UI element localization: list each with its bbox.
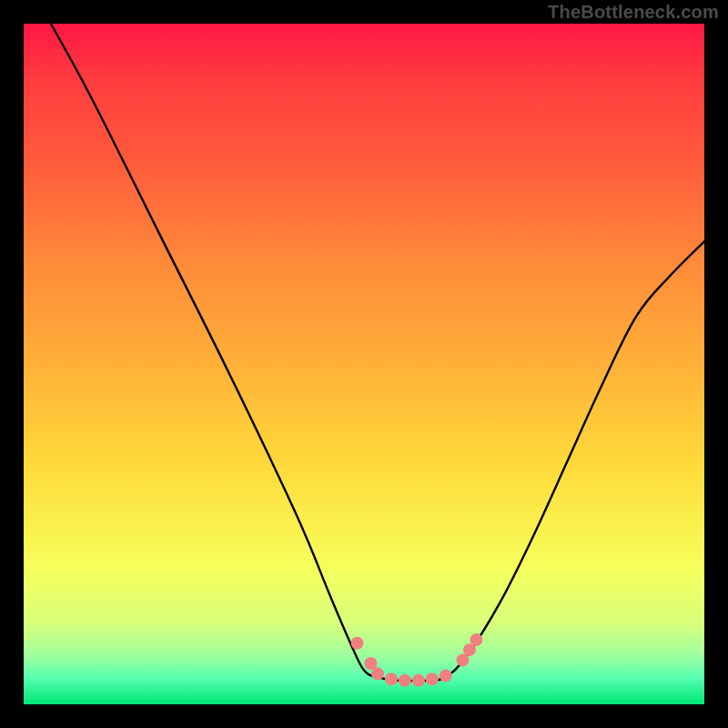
data-marker [412,674,425,687]
chart-lines [51,24,704,681]
chart-markers [351,633,483,687]
data-marker [371,667,384,680]
chart-svg [24,24,704,704]
data-marker [440,670,452,682]
plot-area [24,24,704,704]
watermark-text: TheBottleneck.com [548,2,719,23]
data-marker [470,633,482,646]
data-marker [399,674,411,687]
data-marker [426,672,439,685]
chart-frame: TheBottleneck.com [0,0,728,728]
data-marker [385,672,398,685]
data-marker [351,637,364,650]
bottleneck-curve [51,24,704,681]
